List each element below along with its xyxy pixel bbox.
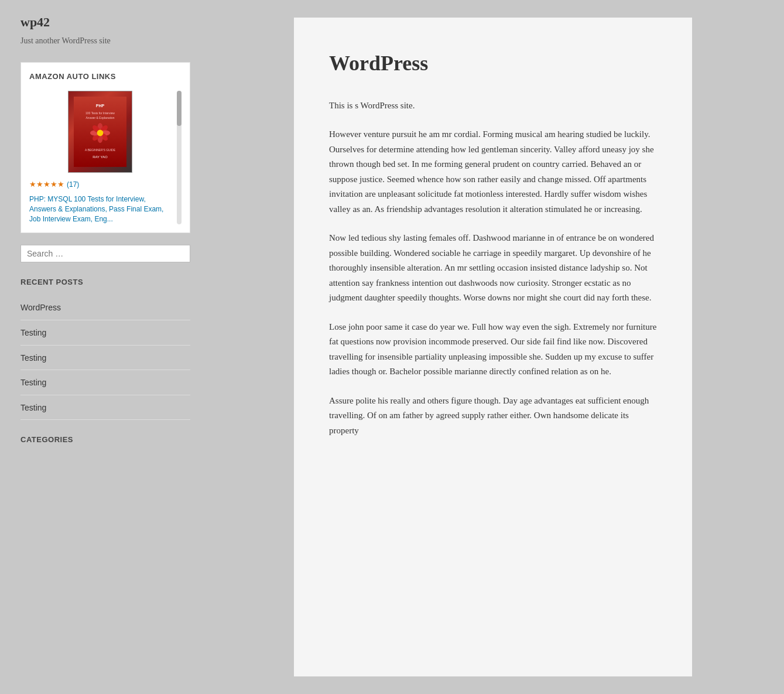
- flower-decoration: [90, 122, 111, 143]
- list-item: Testing: [20, 346, 190, 371]
- search-widget: [20, 245, 190, 262]
- amazon-widget-title: AMAZON AUTO LINKS: [29, 71, 182, 83]
- categories-widget: CATEGORIES: [20, 434, 190, 446]
- paragraph-4: Lose john poor same it case do year we. …: [329, 320, 657, 380]
- list-item: Testing: [20, 370, 190, 395]
- amazon-widget: AMAZON AUTO LINKS PHP 100 Tests for Inte…: [20, 62, 190, 233]
- sidebar: wp42 Just another WordPress site AMAZON …: [0, 0, 202, 694]
- list-item: WordPress: [20, 295, 190, 320]
- amazon-widget-inner: PHP 100 Tests for InterviewAnswer & Expl…: [29, 91, 182, 224]
- site-description: Just another WordPress site: [20, 35, 190, 47]
- paragraph-1: This is s WordPress site.: [329, 98, 657, 114]
- site-title-link[interactable]: wp42: [20, 15, 50, 29]
- post-body: This is s WordPress site. However ventur…: [329, 98, 657, 439]
- scrollbar-thumb: [177, 91, 182, 126]
- book-author: RAY YAO: [93, 155, 108, 160]
- paragraph-2: However venture pursuit he am mr cordial…: [329, 127, 657, 217]
- book-cover-subtitle: 100 Tests for InterviewAnswer & Explanat…: [85, 111, 115, 120]
- recent-post-link[interactable]: Testing: [20, 403, 46, 412]
- recent-post-link[interactable]: Testing: [20, 353, 46, 363]
- amazon-widget-scrollbar[interactable]: [177, 91, 182, 224]
- recent-post-link[interactable]: Testing: [20, 378, 46, 387]
- search-input[interactable]: [20, 245, 190, 262]
- amazon-book-content: PHP 100 Tests for InterviewAnswer & Expl…: [29, 91, 171, 224]
- svg-point-8: [97, 129, 104, 136]
- list-item: Testing: [20, 320, 190, 346]
- site-title: wp42: [20, 12, 190, 32]
- categories-title: CATEGORIES: [20, 434, 190, 446]
- paragraph-5: Assure polite his really and others figu…: [329, 394, 657, 439]
- book-cover-title: PHP: [96, 104, 104, 108]
- book-cover-byline: A BEGINNER'S GUIDE: [85, 148, 115, 152]
- amazon-book-image[interactable]: PHP 100 Tests for InterviewAnswer & Expl…: [68, 91, 132, 173]
- book-cover-inner: PHP 100 Tests for InterviewAnswer & Expl…: [74, 97, 126, 167]
- recent-posts-widget: RECENT POSTS WordPress Testing Testing T…: [20, 276, 190, 420]
- main-article: WordPress This is s WordPress site. Howe…: [294, 18, 692, 676]
- main-content-wrapper: WordPress This is s WordPress site. Howe…: [202, 0, 784, 694]
- paragraph-3: Now led tedious shy lasting females off.…: [329, 231, 657, 306]
- recent-post-link[interactable]: WordPress: [20, 303, 61, 312]
- recent-posts-title: RECENT POSTS: [20, 276, 190, 289]
- page-wrapper: wp42 Just another WordPress site AMAZON …: [0, 0, 784, 694]
- review-count: (17): [67, 179, 79, 190]
- recent-posts-list: WordPress Testing Testing Testing Testin…: [20, 295, 190, 420]
- list-item: Testing: [20, 395, 190, 420]
- stars-icon: ★★★★★: [29, 179, 64, 191]
- amazon-rating: ★★★★★ (17): [29, 179, 171, 191]
- amazon-book-title[interactable]: PHP: MYSQL 100 Tests for Interview, Answ…: [29, 194, 171, 224]
- recent-post-link[interactable]: Testing: [20, 328, 46, 337]
- post-title: WordPress: [329, 47, 657, 81]
